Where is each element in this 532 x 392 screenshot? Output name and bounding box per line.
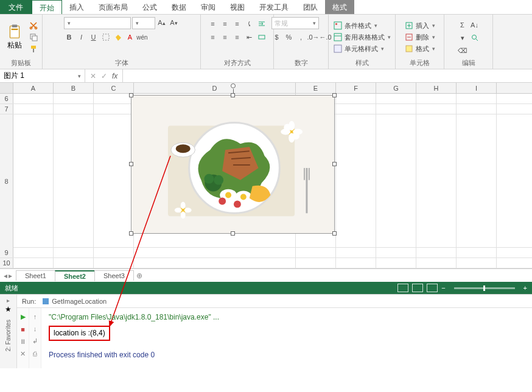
- run-config[interactable]: GetImageLocation: [42, 298, 107, 305]
- down-button[interactable]: ↓: [33, 325, 37, 332]
- tab-home[interactable]: 开始: [32, 0, 62, 14]
- align-top-button[interactable]: ≡: [208, 18, 219, 29]
- fill-color-button[interactable]: [113, 32, 124, 43]
- orientation-button[interactable]: ⤹: [244, 18, 255, 29]
- row-header[interactable]: 10: [0, 258, 13, 268]
- resize-handle[interactable]: [332, 162, 337, 166]
- row-header[interactable]: 8: [0, 114, 13, 248]
- resize-handle[interactable]: [332, 231, 337, 236]
- print-button[interactable]: ⎙: [33, 350, 37, 357]
- bold-button[interactable]: B: [64, 32, 75, 43]
- formula-input[interactable]: [122, 69, 532, 82]
- wrap-button[interactable]: [256, 18, 267, 29]
- font-color-button[interactable]: A: [125, 32, 136, 43]
- tab-insert[interactable]: 插入: [62, 0, 91, 14]
- increase-font-button[interactable]: A▴: [156, 17, 167, 28]
- sort-button[interactable]: A↓: [469, 19, 480, 30]
- rerun-button[interactable]: ▶: [21, 313, 26, 321]
- format-painter-button[interactable]: [28, 43, 39, 54]
- cell-style-button[interactable]: 单元格样式▾: [334, 43, 391, 54]
- fx-confirm-button[interactable]: ✓: [101, 72, 107, 80]
- tab-view[interactable]: 视图: [223, 0, 252, 14]
- col-header[interactable]: E: [296, 83, 336, 93]
- select-all-corner[interactable]: [0, 83, 13, 93]
- file-menu[interactable]: 文件: [0, 0, 32, 14]
- comma-button[interactable]: ,: [296, 32, 307, 43]
- col-header[interactable]: I: [457, 83, 497, 93]
- up-button[interactable]: ↑: [33, 313, 37, 320]
- align-left-button[interactable]: ≡: [208, 32, 219, 43]
- view-pagebreak-button[interactable]: [427, 284, 438, 292]
- console-output[interactable]: "C:\Program Files\Java\jdk1.8.0_181\bin\…: [41, 308, 226, 368]
- insert-cells-button[interactable]: 插入▾: [405, 20, 435, 31]
- font-size-combo[interactable]: ▾: [132, 17, 155, 29]
- sheet-tab[interactable]: Sheet2: [55, 270, 95, 281]
- resize-handle[interactable]: [231, 231, 235, 236]
- find-button[interactable]: [469, 32, 480, 43]
- soft-wrap-button[interactable]: ↲: [32, 337, 38, 345]
- table-format-button[interactable]: 套用表格格式▾: [334, 32, 391, 43]
- tab-data[interactable]: 数据: [164, 0, 194, 14]
- name-box[interactable]: 图片 1▾: [0, 69, 85, 82]
- col-header[interactable]: C: [94, 83, 134, 93]
- align-mid-button[interactable]: ≡: [220, 18, 231, 29]
- favorites-tab[interactable]: 2: Favorites: [5, 320, 12, 351]
- underline-button[interactable]: U: [88, 32, 99, 43]
- tab-review[interactable]: 审阅: [194, 0, 223, 14]
- row-header[interactable]: 6: [0, 94, 13, 103]
- fill-button[interactable]: ▾: [457, 32, 468, 43]
- delete-cells-button[interactable]: 删除▾: [405, 32, 435, 43]
- col-header[interactable]: G: [376, 83, 416, 93]
- align-center-button[interactable]: ≡: [220, 32, 231, 43]
- col-header[interactable]: B: [54, 83, 94, 93]
- view-normal-button[interactable]: [397, 284, 408, 292]
- add-sheet-button[interactable]: ⊕: [133, 271, 145, 280]
- clear-button[interactable]: ⌫: [457, 45, 468, 56]
- tab-devtools[interactable]: 开发工具: [252, 0, 296, 14]
- view-layout-button[interactable]: [412, 284, 423, 292]
- format-cells-button[interactable]: 格式▾: [405, 43, 435, 54]
- sheet-nav-prev[interactable]: ▸: [9, 271, 12, 280]
- zoom-in-button[interactable]: +: [523, 284, 527, 292]
- percent-button[interactable]: %: [284, 32, 295, 43]
- cut-button[interactable]: [28, 20, 39, 31]
- resize-handle[interactable]: [129, 93, 133, 97]
- sheet-tab[interactable]: Sheet1: [16, 270, 55, 281]
- inc-decimal-button[interactable]: .0→: [308, 32, 319, 43]
- col-header[interactable]: H: [416, 83, 457, 93]
- indent-dec-button[interactable]: ⇤: [244, 32, 255, 43]
- resize-handle[interactable]: [129, 231, 133, 236]
- number-format-combo[interactable]: 常规▾: [271, 17, 319, 29]
- phonetic-button[interactable]: wén: [137, 32, 148, 43]
- merge-button[interactable]: [256, 32, 267, 43]
- font-name-combo[interactable]: ▾: [64, 17, 131, 29]
- resize-handle[interactable]: [231, 93, 235, 97]
- embedded-picture[interactable]: [131, 95, 335, 234]
- col-header[interactable]: D: [134, 83, 296, 93]
- stop-button[interactable]: ■: [21, 326, 25, 333]
- col-header[interactable]: A: [13, 83, 54, 93]
- sheet-nav-first[interactable]: ◂: [4, 271, 7, 280]
- col-header[interactable]: F: [336, 83, 376, 93]
- tab-layout[interactable]: 页面布局: [91, 0, 135, 14]
- paste-button[interactable]: 粘贴: [4, 24, 26, 51]
- sheet-tab[interactable]: Sheet3: [94, 270, 134, 281]
- resize-handle[interactable]: [332, 93, 337, 97]
- decrease-font-button[interactable]: A▾: [169, 17, 180, 28]
- border-button[interactable]: [100, 32, 111, 43]
- align-right-button[interactable]: ≡: [232, 32, 243, 43]
- close-button[interactable]: ✕: [20, 350, 26, 358]
- row-header[interactable]: 7: [0, 104, 13, 114]
- fx-button[interactable]: fx: [112, 72, 117, 80]
- rotate-handle[interactable]: [231, 83, 236, 88]
- currency-button[interactable]: $: [271, 32, 282, 43]
- autosum-button[interactable]: Σ: [457, 19, 468, 30]
- pause-button[interactable]: ⏸: [19, 338, 26, 345]
- fx-cancel-button[interactable]: ✕: [90, 72, 96, 80]
- tab-formulas[interactable]: 公式: [135, 0, 164, 14]
- tab-team[interactable]: 团队: [296, 0, 325, 14]
- cond-format-button[interactable]: 条件格式▾: [334, 20, 391, 31]
- align-bot-button[interactable]: ≡: [232, 18, 243, 29]
- row-header[interactable]: 9: [0, 248, 13, 257]
- copy-button[interactable]: [28, 32, 39, 43]
